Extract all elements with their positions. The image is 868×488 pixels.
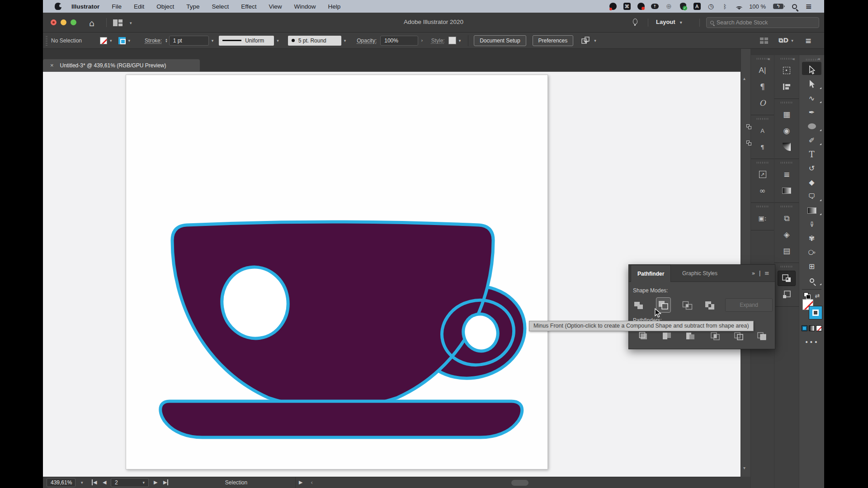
outline-icon[interactable] (734, 332, 744, 342)
chevron-down-icon[interactable]: ▾ (128, 38, 131, 43)
menu-object[interactable]: Object (156, 3, 174, 10)
artboard-tool[interactable]: ⊞ (799, 259, 824, 273)
document-tab[interactable]: × Untitled-3* @ 439,61% (RGB/GPU Preview… (43, 59, 200, 71)
fill-color-swatch[interactable] (100, 37, 107, 44)
artboards-panel-icon[interactable] (774, 62, 799, 79)
teacup-artwork[interactable] (126, 75, 548, 470)
collapse-dock-icon[interactable]: « (817, 56, 821, 62)
artboard-number-field[interactable]: 2 ▾ (111, 478, 149, 487)
stroke-color-swatch[interactable] (118, 37, 126, 44)
saucer-shape[interactable] (160, 401, 522, 437)
exclude-icon[interactable] (705, 301, 715, 311)
layers-panel-icon[interactable]: ◈ (774, 226, 799, 243)
panel-grip[interactable] (781, 102, 793, 103)
none-button[interactable] (816, 325, 822, 331)
menu-select[interactable]: Select (212, 3, 229, 10)
stroke-weight-label[interactable]: Stroke: (145, 38, 162, 44)
spotlight-icon[interactable] (791, 3, 798, 10)
appearance-gradient-icon[interactable] (774, 183, 799, 199)
teacup-group[interactable] (160, 222, 535, 437)
shape-builder-tool[interactable]: ⧂ (799, 245, 824, 259)
color-panel-icon[interactable]: ◉ (774, 122, 799, 139)
graphic-styles-panel-icon[interactable] (774, 286, 799, 303)
panel-grip[interactable] (757, 118, 769, 120)
links-panel-icon[interactable]: ∞ (751, 183, 774, 199)
opentype-panel-icon[interactable]: O (751, 95, 774, 111)
globe-icon[interactable]: ⊕ (665, 3, 673, 10)
artboard[interactable] (126, 75, 548, 469)
selection-tool[interactable] (799, 63, 824, 77)
vertical-scrollbar[interactable]: ▴ ▾ (741, 49, 750, 477)
panel-grip[interactable] (781, 58, 793, 60)
discover-lightbulb-icon[interactable] (633, 19, 637, 24)
screen-record-icon[interactable] (637, 3, 645, 10)
eyedropper-tool[interactable]: ✑ (799, 217, 824, 231)
panel-grip[interactable] (757, 206, 769, 207)
cloud-upload-icon[interactable]: ↑ (651, 3, 659, 10)
opacity-label[interactable]: Opacity: (357, 38, 377, 44)
isolate-selected-icon[interactable] (581, 37, 591, 45)
crop-icon[interactable] (710, 332, 720, 342)
first-artboard-icon[interactable]: ◀ (92, 479, 97, 485)
chevron-right-icon[interactable]: › (421, 38, 423, 43)
menu-edit[interactable]: Edit (134, 3, 144, 10)
menu-effect[interactable]: Effect (241, 3, 256, 10)
direct-selection-tool[interactable] (799, 77, 824, 91)
width-profile-dropdown[interactable]: Uniform (219, 36, 274, 46)
opacity-field[interactable]: 100% (380, 36, 418, 46)
trim-icon[interactable] (662, 332, 672, 342)
chevron-down-icon[interactable]: ▾ (142, 480, 145, 485)
3d-panel-icon[interactable]: ▣: (751, 210, 774, 226)
shield-check-icon[interactable]: ✓ (679, 3, 687, 10)
panel-grip[interactable] (46, 36, 47, 46)
menu-list-icon[interactable]: ≡ (805, 3, 812, 10)
input-source-a-icon[interactable]: A (693, 3, 701, 10)
previous-artboard-icon[interactable]: ◀ (103, 479, 106, 485)
intersect-icon[interactable] (682, 301, 693, 311)
menu-view[interactable]: View (269, 3, 282, 10)
eraser-tool[interactable]: ◆ (799, 175, 824, 189)
merge-icon[interactable] (685, 332, 695, 342)
chevron-down-icon[interactable]: ▾ (110, 38, 112, 43)
preferences-button[interactable]: Preferences (533, 35, 574, 46)
zoom-tool[interactable] (799, 273, 824, 287)
stroke-panel-icon[interactable]: ≡ (774, 166, 799, 183)
expand-button[interactable]: Expand (725, 298, 773, 312)
search-list-icon[interactable]: ≡ (805, 36, 811, 45)
tab-pathfinder[interactable]: Pathfinder (631, 265, 671, 282)
ellipse-tool[interactable] (799, 119, 824, 133)
type-tool[interactable]: T (799, 147, 824, 161)
swatches-panel-icon[interactable]: ▦ (774, 106, 799, 122)
panel-grip[interactable] (806, 59, 818, 61)
default-fill-stroke-icon[interactable] (804, 292, 811, 299)
battery-icon[interactable]: ϟ (772, 3, 784, 10)
collapse-dock-icon[interactable]: « (767, 56, 770, 62)
transform-panel-icon[interactable]: ⧉ (774, 210, 799, 226)
chevron-down-icon[interactable]: ▾ (212, 38, 214, 43)
divide-icon[interactable] (639, 332, 649, 342)
collapse-dock-icon[interactable]: « (792, 56, 795, 62)
horizontal-scrollbar-thumb[interactable] (511, 480, 528, 486)
menu-window[interactable]: Window (294, 3, 316, 10)
paintbrush-tool[interactable]: ✐ (799, 133, 824, 147)
rotate-tool[interactable]: ↺ (799, 161, 824, 175)
menu-help[interactable]: Help (328, 3, 340, 10)
bluetooth-icon[interactable]: ᛒ (721, 3, 729, 10)
gradient-tool[interactable] (799, 203, 824, 217)
edit-toolbar-ellipsis[interactable]: ••• (799, 338, 824, 346)
export-panel-icon[interactable]: ↗ (751, 166, 774, 183)
style-swatch[interactable] (448, 37, 456, 44)
apple-menu-icon[interactable] (55, 3, 61, 10)
brush-dropdown[interactable]: 5 pt. Round (288, 36, 341, 46)
chevron-down-icon[interactable]: ▾ (277, 38, 279, 43)
workspace-switcher[interactable]: Layout▾ (656, 19, 682, 25)
panel-grip[interactable] (781, 206, 793, 207)
chevron-down-icon[interactable]: ▾ (459, 38, 461, 43)
cup-body-shape[interactable] (172, 222, 493, 408)
gradient-panel-icon[interactable] (774, 139, 799, 155)
stroke-weight-field[interactable]: 1 pt (169, 36, 209, 46)
chevron-down-icon[interactable]: ▾ (344, 38, 346, 43)
align-panel-icon[interactable] (774, 79, 799, 95)
paragraph-panel-icon[interactable]: ¶ (751, 79, 774, 95)
character-styles-panel-icon[interactable]: A (751, 122, 774, 139)
